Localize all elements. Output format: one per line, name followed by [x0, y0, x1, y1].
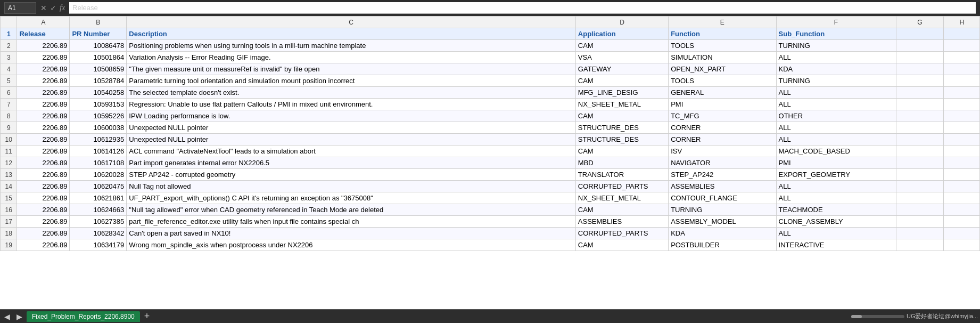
cell-D19[interactable]: CAM: [575, 239, 668, 251]
cell-B6[interactable]: 10540258: [70, 87, 127, 99]
cell-G4[interactable]: [896, 63, 944, 75]
cell-H16[interactable]: [944, 204, 980, 216]
cell-H14[interactable]: [944, 181, 980, 192]
cell-F4[interactable]: KDA: [776, 63, 896, 75]
col-header-G[interactable]: G: [896, 17, 944, 28]
cell-A5[interactable]: 2206.89: [17, 75, 70, 87]
cell-H18[interactable]: [944, 228, 980, 239]
cell-F15[interactable]: ALL: [776, 192, 896, 204]
cell-A7[interactable]: 2206.89: [17, 99, 70, 110]
cancel-icon[interactable]: ✕: [40, 4, 47, 12]
cell-A14[interactable]: 2206.89: [17, 181, 70, 192]
cell-C3[interactable]: Variation Analysis -- Error Reading GIF …: [127, 52, 576, 63]
cell-E8[interactable]: TC_MFG: [669, 110, 776, 122]
cell-B19[interactable]: 10634179: [70, 239, 127, 251]
cell-F9[interactable]: ALL: [776, 122, 896, 134]
cell-E18[interactable]: KDA: [669, 228, 776, 239]
col-header-H[interactable]: H: [944, 17, 980, 28]
cell-A12[interactable]: 2206.89: [17, 157, 70, 169]
cell-C10[interactable]: Unexpected NULL pointer: [127, 134, 576, 146]
cell-D15[interactable]: NX_SHEET_METAL: [575, 192, 668, 204]
cell-H1[interactable]: [944, 28, 980, 40]
cell-B1[interactable]: PR Number: [70, 28, 127, 40]
cell-C5[interactable]: Parametric turning tool orientation and …: [127, 75, 576, 87]
cell-A3[interactable]: 2206.89: [17, 52, 70, 63]
cell-C18[interactable]: Can't open a part saved in NX10!: [127, 228, 576, 239]
cell-A13[interactable]: 2206.89: [17, 169, 70, 181]
cell-D1[interactable]: Application: [575, 28, 668, 40]
cell-G17[interactable]: [896, 216, 944, 228]
cell-H5[interactable]: [944, 75, 980, 87]
cell-B2[interactable]: 10086478: [70, 40, 127, 52]
cell-E15[interactable]: CONTOUR_FLANGE: [669, 192, 776, 204]
cell-F16[interactable]: TEACHMODE: [776, 204, 896, 216]
cell-G16[interactable]: [896, 204, 944, 216]
cell-B8[interactable]: 10595226: [70, 110, 127, 122]
cell-F2[interactable]: TURNING: [776, 40, 896, 52]
cell-G3[interactable]: [896, 52, 944, 63]
cell-D17[interactable]: ASSEMBLIES: [575, 216, 668, 228]
cell-F5[interactable]: TURNING: [776, 75, 896, 87]
cell-C19[interactable]: Wrong mom_spindle_axis when postprocess …: [127, 239, 576, 251]
confirm-icon[interactable]: ✓: [50, 4, 56, 12]
cell-B18[interactable]: 10628342: [70, 228, 127, 239]
cell-H6[interactable]: [944, 87, 980, 99]
cell-E2[interactable]: TOOLS: [669, 40, 776, 52]
cell-H2[interactable]: [944, 40, 980, 52]
cell-D11[interactable]: CAM: [575, 146, 668, 157]
cell-D13[interactable]: TRANSLATOR: [575, 169, 668, 181]
cell-C4[interactable]: "The given measure unit or measureRef is…: [127, 63, 576, 75]
cell-F6[interactable]: ALL: [776, 87, 896, 99]
cell-C1[interactable]: Description: [127, 28, 576, 40]
cell-D8[interactable]: CAM: [575, 110, 668, 122]
cell-B12[interactable]: 10617108: [70, 157, 127, 169]
cell-G15[interactable]: [896, 192, 944, 204]
add-sheet-button[interactable]: +: [142, 311, 152, 322]
cell-reference-box[interactable]: A1: [4, 2, 36, 14]
cell-G5[interactable]: [896, 75, 944, 87]
cell-A6[interactable]: 2206.89: [17, 87, 70, 99]
col-header-D[interactable]: D: [575, 17, 668, 28]
cell-F13[interactable]: EXPORT_GEOMETRY: [776, 169, 896, 181]
cell-A19[interactable]: 2206.89: [17, 239, 70, 251]
cell-F12[interactable]: PMI: [776, 157, 896, 169]
cell-H7[interactable]: [944, 99, 980, 110]
cell-H11[interactable]: [944, 146, 980, 157]
col-header-E[interactable]: E: [669, 17, 776, 28]
cell-F3[interactable]: ALL: [776, 52, 896, 63]
cell-H15[interactable]: [944, 192, 980, 204]
cell-B10[interactable]: 10612935: [70, 134, 127, 146]
cell-A4[interactable]: 2206.89: [17, 63, 70, 75]
cell-G19[interactable]: [896, 239, 944, 251]
cell-E6[interactable]: GENERAL: [669, 87, 776, 99]
cell-F1[interactable]: Sub_Function: [776, 28, 896, 40]
cell-H13[interactable]: [944, 169, 980, 181]
cell-E13[interactable]: STEP_AP242: [669, 169, 776, 181]
col-header-B[interactable]: B: [70, 17, 127, 28]
cell-B15[interactable]: 10621861: [70, 192, 127, 204]
cell-D9[interactable]: STRUCTURE_DES: [575, 122, 668, 134]
cell-B5[interactable]: 10528784: [70, 75, 127, 87]
cell-G10[interactable]: [896, 134, 944, 146]
cell-H3[interactable]: [944, 52, 980, 63]
cell-H19[interactable]: [944, 239, 980, 251]
cell-F14[interactable]: ALL: [776, 181, 896, 192]
cell-A18[interactable]: 2206.89: [17, 228, 70, 239]
cell-B17[interactable]: 10627385: [70, 216, 127, 228]
sheet-tab[interactable]: Fixed_Problem_Reports_2206.8900: [27, 311, 140, 322]
cell-A16[interactable]: 2206.89: [17, 204, 70, 216]
cell-D2[interactable]: CAM: [575, 40, 668, 52]
cell-G18[interactable]: [896, 228, 944, 239]
cell-C17[interactable]: part_file_reference_editor.exe utility f…: [127, 216, 576, 228]
cell-H12[interactable]: [944, 157, 980, 169]
cell-G8[interactable]: [896, 110, 944, 122]
cell-F17[interactable]: CLONE_ASSEMBLY: [776, 216, 896, 228]
cell-C7[interactable]: Regression: Unable to use flat pattern C…: [127, 99, 576, 110]
cell-D10[interactable]: STRUCTURE_DES: [575, 134, 668, 146]
cell-E12[interactable]: NAVIGATOR: [669, 157, 776, 169]
tab-nav-next[interactable]: ▶: [14, 311, 24, 322]
cell-E1[interactable]: Function: [669, 28, 776, 40]
cell-B7[interactable]: 10593153: [70, 99, 127, 110]
cell-A15[interactable]: 2206.89: [17, 192, 70, 204]
cell-F7[interactable]: ALL: [776, 99, 896, 110]
